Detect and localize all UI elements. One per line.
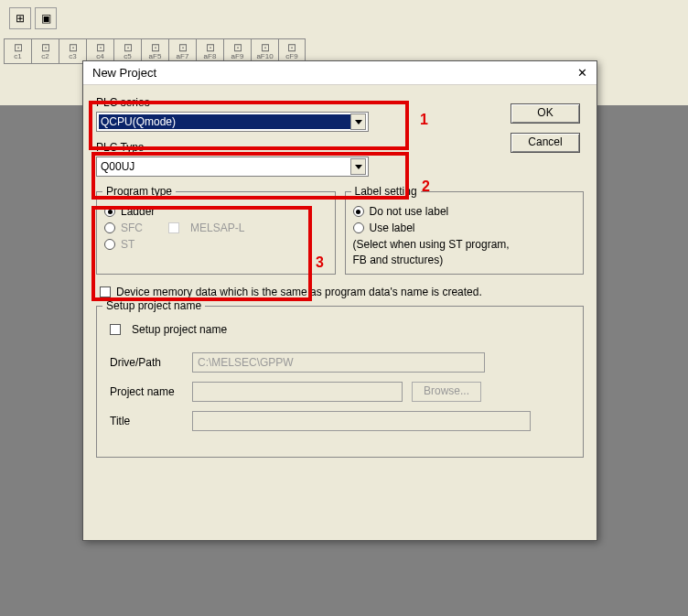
plc-series-value: QCPU(Qmode) bbox=[99, 114, 350, 129]
label-hint-2: FB and structures) bbox=[353, 254, 576, 266]
titlebar: New Project ✕ bbox=[83, 61, 597, 85]
title-label: Title bbox=[110, 415, 183, 427]
dialog-title: New Project bbox=[92, 66, 156, 80]
annotation-num-3: 3 bbox=[316, 254, 324, 271]
program-type-group: Program type Ladder SFC MELSAP-L ST bbox=[96, 191, 336, 275]
toolbar-btn-2[interactable]: ▣ bbox=[35, 7, 57, 29]
toolbar-top: ⊞ ▣ bbox=[9, 7, 57, 29]
drive-path-input bbox=[192, 352, 485, 373]
toolbar-btn-1[interactable]: ⊞ bbox=[9, 7, 31, 29]
melsap-label: MELSAP-L bbox=[190, 222, 244, 234]
label-setting-legend: Label setting bbox=[351, 185, 421, 198]
sfc-label: SFC bbox=[121, 222, 143, 234]
setup-project-name-group: Setup project name Setup project name Dr… bbox=[96, 306, 584, 458]
radio-do-not-use-label[interactable] bbox=[353, 206, 364, 217]
setup-check-label: Setup project name bbox=[132, 323, 227, 336]
plc-type-select[interactable]: Q00UJ bbox=[96, 157, 369, 177]
setup-legend: Setup project name bbox=[102, 299, 205, 312]
program-type-legend: Program type bbox=[102, 185, 176, 198]
project-name-input bbox=[192, 382, 403, 402]
st-label: ST bbox=[121, 238, 134, 251]
radio-use-label[interactable] bbox=[353, 222, 364, 233]
device-memory-label: Device memory data which is the same as … bbox=[116, 286, 482, 298]
dropdown-arrow-icon[interactable] bbox=[350, 113, 366, 130]
radio-sfc[interactable] bbox=[104, 222, 115, 233]
ladder-label: Ladder bbox=[121, 205, 155, 218]
plc-series-select[interactable]: QCPU(Qmode) bbox=[96, 112, 369, 132]
browse-button: Browse... bbox=[412, 382, 481, 402]
drive-path-label: Drive/Path bbox=[110, 356, 183, 369]
tb-c2[interactable]: ⊡c2 bbox=[31, 38, 59, 64]
close-icon[interactable]: ✕ bbox=[574, 66, 591, 80]
plc-type-value: Q00UJ bbox=[99, 160, 350, 173]
label-hint-1: (Select when using ST program, bbox=[353, 238, 576, 251]
use-label-text: Use label bbox=[370, 222, 415, 234]
tb-c1[interactable]: ⊡c1 bbox=[4, 38, 31, 64]
annotation-num-1: 1 bbox=[420, 112, 428, 128]
dont-use-label: Do not use label bbox=[370, 205, 449, 218]
dropdown-arrow-icon[interactable] bbox=[350, 158, 366, 175]
title-input bbox=[192, 411, 531, 431]
project-name-label: Project name bbox=[110, 385, 183, 398]
ok-button[interactable]: OK bbox=[511, 103, 580, 124]
device-memory-checkbox[interactable] bbox=[100, 286, 111, 297]
melsap-checkbox bbox=[168, 222, 179, 233]
label-setting-group: Label setting Do not use label Use label… bbox=[345, 191, 585, 275]
annotation-num-2: 2 bbox=[422, 178, 430, 195]
radio-st[interactable] bbox=[104, 239, 115, 250]
setup-project-name-checkbox[interactable] bbox=[110, 324, 121, 335]
radio-ladder[interactable] bbox=[104, 206, 115, 217]
cancel-button[interactable]: Cancel bbox=[511, 133, 580, 153]
new-project-dialog: New Project ✕ OK Cancel PLC series QCPU(… bbox=[82, 60, 597, 541]
